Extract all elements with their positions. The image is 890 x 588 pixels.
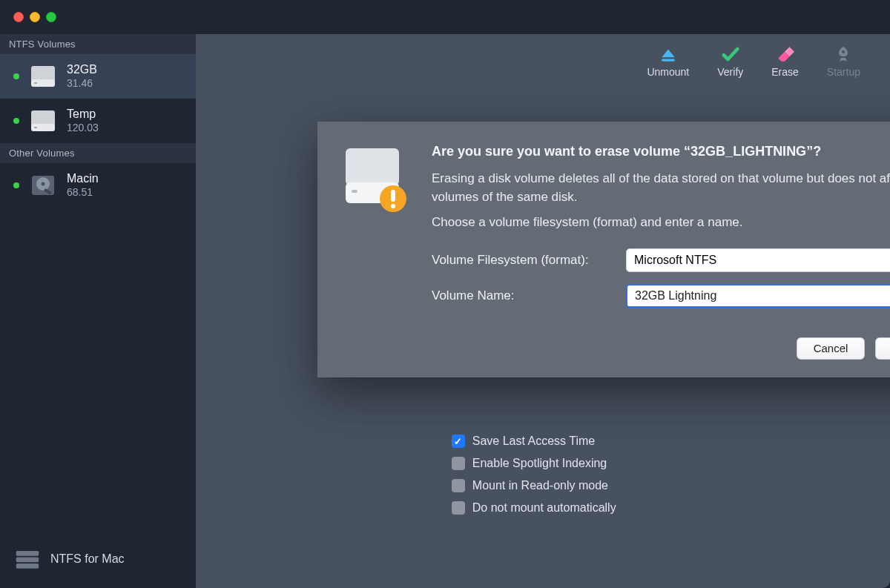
- toolbar: Unmount Verify Erase Startup: [196, 34, 890, 87]
- app-name: NTFS for Mac: [50, 552, 125, 566]
- traffic-light-zoom[interactable]: [46, 12, 56, 22]
- eject-icon: [658, 44, 679, 65]
- toolbar-label: Erase: [771, 66, 799, 78]
- sheet-title: Are you sure you want to erase volume “3…: [432, 144, 890, 159]
- option-label: Do not mount automatically: [472, 501, 616, 515]
- external-drive-icon: [28, 62, 58, 91]
- cancel-button[interactable]: Cancel: [797, 337, 865, 360]
- svg-point-20: [391, 204, 395, 208]
- svg-rect-15: [346, 148, 399, 185]
- internal-drive-icon: [28, 171, 58, 200]
- titlebar: [0, 0, 890, 34]
- svg-rect-11: [16, 557, 39, 562]
- sidebar-item-volume[interactable]: Temp 120.03: [0, 99, 196, 143]
- toolbar-label: Verify: [717, 66, 743, 78]
- traffic-light-minimize[interactable]: [30, 12, 40, 22]
- traffic-light-close[interactable]: [13, 12, 24, 22]
- svg-point-8: [42, 182, 45, 186]
- option-label: Enable Spotlight Indexing: [472, 457, 607, 470]
- svg-rect-12: [16, 564, 39, 569]
- drives-icon: [15, 549, 40, 569]
- volume-size: 120.03: [67, 122, 99, 135]
- option-save-last-access[interactable]: Save Last Access Time: [452, 435, 890, 448]
- external-drive-icon: [28, 106, 58, 136]
- checkbox-icon: [452, 435, 465, 448]
- erase-confirm-sheet: Are you sure you want to erase volume “3…: [317, 122, 890, 377]
- app-brand: NTFS for Mac: [0, 536, 196, 588]
- drive-warning-icon: [340, 144, 411, 215]
- startup-button[interactable]: Startup: [827, 44, 860, 78]
- rocket-icon: [833, 44, 854, 65]
- mount-options: Save Last Access Time Enable Spotlight I…: [243, 435, 890, 515]
- svg-point-14: [842, 50, 845, 53]
- sheet-desc: Choose a volume filesystem (format) and …: [432, 214, 890, 232]
- sheet-desc: Erasing a disk volume deletes all of the…: [432, 170, 890, 206]
- svg-rect-5: [34, 127, 37, 128]
- svg-rect-19: [391, 190, 395, 202]
- erase-button[interactable]: Erase: [771, 44, 799, 78]
- volume-name: 32GB: [67, 62, 97, 77]
- status-dot-icon: [13, 118, 19, 124]
- checkbox-icon: [452, 457, 465, 470]
- volume-name-input[interactable]: [626, 284, 890, 308]
- svg-rect-2: [34, 82, 37, 84]
- svg-rect-10: [16, 551, 39, 556]
- unmount-button[interactable]: Unmount: [647, 44, 689, 78]
- checkbox-icon: [452, 501, 465, 515]
- volume-size: 31.46: [67, 77, 97, 90]
- option-no-automount[interactable]: Do not mount automatically: [452, 501, 890, 515]
- sidebar: NTFS Volumes 32GB 31.46 Temp 120.03 Othe…: [0, 34, 196, 588]
- format-label: Volume Filesystem (format):: [432, 253, 617, 268]
- erase-confirm-button[interactable]: Erase: [875, 337, 890, 360]
- checkbox-icon: [452, 479, 465, 492]
- option-label: Mount in Read-only mode: [472, 479, 608, 492]
- svg-rect-13: [662, 59, 674, 62]
- format-select[interactable]: Microsoft NTFS: [626, 248, 890, 272]
- check-icon: [720, 44, 741, 65]
- sidebar-item-volume[interactable]: 32GB 31.46: [0, 54, 196, 99]
- content-area: Unmount Verify Erase Startup: [196, 34, 890, 588]
- sidebar-item-volume[interactable]: Macin 68.51: [0, 163, 196, 208]
- status-dot-icon: [13, 73, 19, 79]
- toolbar-label: Unmount: [647, 66, 689, 78]
- status-dot-icon: [13, 182, 19, 188]
- volume-name: Macin: [67, 171, 99, 186]
- volume-size: 68.51: [67, 186, 99, 199]
- option-label: Save Last Access Time: [472, 435, 595, 448]
- toolbar-label: Startup: [827, 66, 860, 78]
- verify-button[interactable]: Verify: [717, 44, 743, 78]
- sidebar-section-header: NTFS Volumes: [0, 34, 196, 54]
- eraser-icon: [775, 44, 796, 65]
- svg-rect-17: [352, 190, 357, 193]
- option-spotlight[interactable]: Enable Spotlight Indexing: [452, 457, 890, 470]
- sidebar-section-header: Other Volumes: [0, 143, 196, 163]
- volume-name: Temp: [67, 107, 99, 122]
- option-read-only[interactable]: Mount in Read-only mode: [452, 479, 890, 492]
- name-label: Volume Name:: [432, 288, 617, 303]
